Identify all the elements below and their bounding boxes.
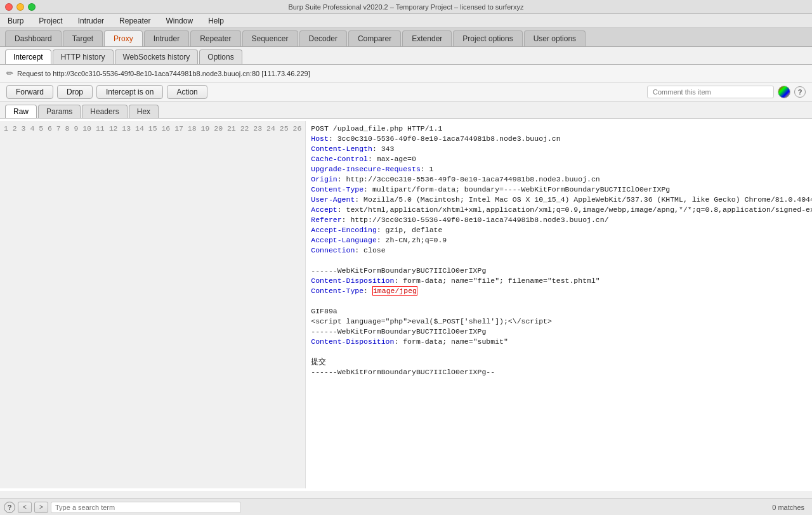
drop-button[interactable]: Drop [57, 85, 93, 99]
action-button[interactable]: Action [167, 85, 207, 99]
tab-proxy[interactable]: Proxy [104, 30, 143, 46]
edit-icon: ✏ [6, 68, 13, 78]
tab-extender[interactable]: Extender [402, 30, 452, 46]
menu-help[interactable]: Help [206, 15, 226, 27]
code-content[interactable]: POST /upload_file.php HTTP/1.1 Host: 3cc… [306, 121, 812, 488]
nav-tabs: Dashboard Target Proxy Intruder Repeater… [0, 28, 812, 47]
tab-params[interactable]: Params [38, 105, 81, 118]
sub-tabs: Intercept HTTP history WebSockets histor… [0, 47, 812, 65]
line-numbers: 1 2 3 4 5 6 7 8 9 10 11 12 13 14 15 16 1… [0, 121, 306, 488]
request-url: Request to http://3cc0c310-5536-49f0-8e1… [17, 70, 806, 77]
tab-sequencer[interactable]: Sequencer [242, 30, 298, 46]
tab-user-options[interactable]: User options [524, 30, 586, 46]
tab-headers[interactable]: Headers [82, 105, 127, 118]
comment-input[interactable] [647, 86, 774, 98]
subtab-intercept[interactable]: Intercept [5, 49, 51, 64]
subtab-http-history[interactable]: HTTP history [53, 49, 114, 64]
tab-raw[interactable]: Raw [5, 105, 37, 118]
help-icon[interactable]: ? [794, 86, 806, 98]
menu-intruder[interactable]: Intruder [75, 15, 107, 27]
forward-button[interactable]: Forward [6, 85, 53, 99]
menu-repeater[interactable]: Repeater [117, 15, 153, 27]
menu-project[interactable]: Project [36, 15, 65, 27]
tab-intruder[interactable]: Intruder [144, 30, 189, 46]
tab-hex[interactable]: Hex [129, 105, 159, 118]
subtab-websockets-history[interactable]: WebSockets history [115, 49, 199, 64]
action-row: Forward Drop Intercept is on Action ? [0, 82, 812, 102]
title-bar: Burp Suite Professional v2020.2 – Tempor… [0, 0, 812, 14]
window-controls [5, 3, 36, 11]
tab-target[interactable]: Target [63, 30, 103, 46]
close-button[interactable] [5, 3, 13, 11]
tab-repeater[interactable]: Repeater [190, 30, 240, 46]
subtab-options[interactable]: Options [199, 49, 242, 64]
menu-window[interactable]: Window [163, 15, 195, 27]
maximize-button[interactable] [28, 3, 36, 11]
tab-dashboard[interactable]: Dashboard [5, 30, 62, 46]
menu-burp[interactable]: Burp [5, 15, 26, 27]
window-title: Burp Suite Professional v2020.2 – Tempor… [289, 3, 524, 11]
request-body: 1 2 3 4 5 6 7 8 9 10 11 12 13 14 15 16 1… [0, 119, 812, 491]
color-picker-icon[interactable] [778, 86, 790, 98]
tab-project-options[interactable]: Project options [453, 30, 522, 46]
intercept-button[interactable]: Intercept is on [96, 85, 163, 99]
tab-decoder[interactable]: Decoder [299, 30, 347, 46]
content-tabs: Raw Params Headers Hex [0, 102, 812, 119]
menu-bar: Burp Project Intruder Repeater Window He… [0, 14, 812, 28]
minimize-button[interactable] [16, 3, 24, 11]
tab-comparer[interactable]: Comparer [348, 30, 401, 46]
toolbar: ✏ Request to http://3cc0c310-5536-49f0-8… [0, 65, 812, 82]
